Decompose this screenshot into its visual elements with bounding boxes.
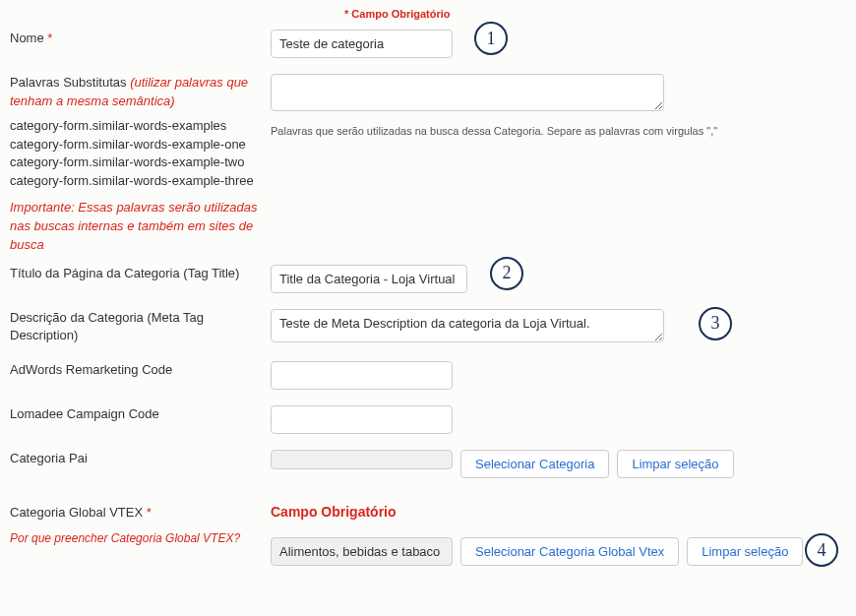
row-substitute-words: Palavras Substitutas (utilizar palavras … (10, 74, 846, 255)
label-adwords: AdWords Remarketing Code (10, 361, 271, 380)
callout-3: 3 (699, 307, 732, 340)
meta-desc-input[interactable] (271, 309, 664, 342)
name-input[interactable] (271, 30, 453, 58)
required-field-note: * Campo Obrigatório (344, 8, 846, 20)
label-global-vtex: Categoria Global VTEX * (10, 504, 261, 523)
row-name: Nome * 1 (10, 30, 846, 58)
label-substitute-words: Palavras Substitutas (utilizar palavras … (10, 74, 261, 111)
parent-category-value (271, 450, 453, 469)
global-vtex-required-msg: Campo Obrigatório (271, 504, 397, 520)
substitute-words-input[interactable] (271, 74, 664, 111)
label-meta-desc: Descrição da Categoria (Meta Tag Descrip… (10, 309, 271, 346)
row-meta-desc: Descrição da Categoria (Meta Tag Descrip… (10, 309, 846, 346)
row-page-title: Título da Página da Categoria (Tag Title… (10, 265, 846, 293)
clear-global-vtex-button[interactable]: Limpar seleção (687, 537, 803, 566)
global-vtex-value: Alimentos, bebidas e tabaco (271, 537, 453, 566)
substitute-words-important: Importante: Essas palavras serão utiliza… (10, 199, 261, 255)
label-page-title: Título da Página da Categoria (Tag Title… (10, 265, 271, 283)
callout-2: 2 (490, 257, 523, 290)
select-global-vtex-button[interactable]: Selecionar Categoria Global Vtex (460, 537, 679, 566)
row-adwords: AdWords Remarketing Code (10, 361, 846, 390)
row-global-vtex: Categoria Global VTEX * Por que preenche… (10, 504, 846, 566)
row-lomadee: Lomadee Campaign Code (10, 405, 846, 434)
select-category-button[interactable]: Selecionar Categoria (460, 450, 609, 478)
substitute-words-examples: category-form.similar-words-examples cat… (10, 117, 261, 191)
callout-1: 1 (474, 22, 508, 55)
label-lomadee: Lomadee Campaign Code (10, 405, 271, 424)
clear-category-button[interactable]: Limpar seleção (617, 450, 733, 478)
lomadee-input[interactable] (271, 405, 453, 434)
substitute-words-help: Palavras que serão utilizadas na busca d… (271, 125, 846, 137)
why-global-vtex-link[interactable]: Por que preencher Categoria Global VTEX? (10, 530, 261, 547)
label-parent-category: Categoria Pai (10, 450, 271, 468)
label-name: Nome * (10, 30, 271, 48)
adwords-input[interactable] (271, 361, 453, 390)
page-title-input[interactable] (271, 265, 467, 293)
row-parent-category: Categoria Pai Selecionar Categoria Limpa… (10, 450, 846, 478)
